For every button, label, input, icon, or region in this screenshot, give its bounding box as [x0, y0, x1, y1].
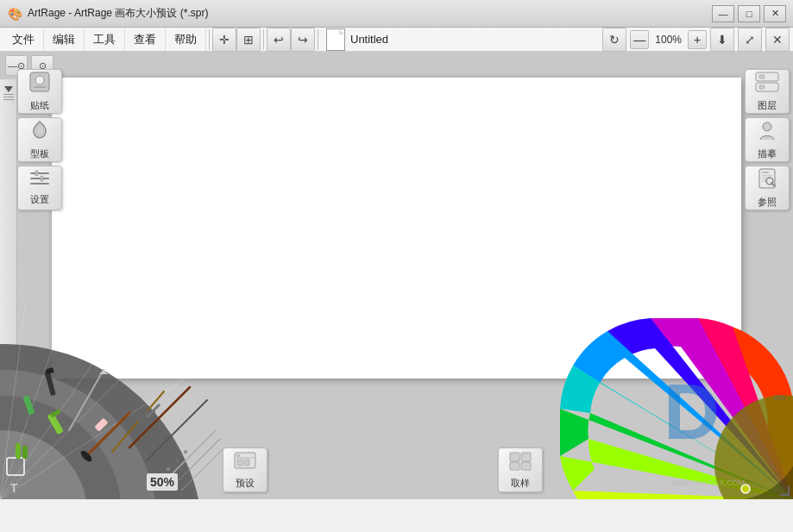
svg-rect-4 [30, 178, 49, 179]
svg-rect-6 [35, 171, 38, 176]
main-area: —⊙ ⊙ 贴纸 [0, 52, 793, 499]
watermark: WWW.XIAZAIX.COM [671, 479, 746, 487]
menu-tools[interactable]: 工具 [85, 28, 125, 51]
svg-rect-10 [759, 75, 765, 78]
ruler-tick [3, 97, 14, 97]
window-controls: — □ ✕ [712, 5, 786, 22]
svg-rect-7 [41, 176, 43, 181]
svg-rect-59 [521, 453, 531, 461]
toolbar-sep2 [263, 29, 264, 50]
svg-rect-15 [762, 175, 772, 177]
doc-title: Untitled [350, 33, 388, 46]
svg-rect-53 [236, 454, 240, 457]
svg-text:T: T [10, 481, 18, 495]
layers-icon [754, 71, 780, 97]
svg-rect-11 [759, 85, 765, 89]
menu-separator [209, 29, 210, 50]
template-btn[interactable]: 型板 [17, 117, 62, 162]
trace-icon [756, 119, 778, 146]
svg-point-48 [184, 450, 187, 454]
sticker-btn[interactable]: 贴纸 [17, 69, 62, 114]
app-icon: 🎨 [7, 6, 22, 22]
settings-icon [28, 170, 51, 191]
grid-btn[interactable]: ⊞ [236, 28, 261, 52]
opacity-value: 50% [150, 475, 174, 489]
color-picker[interactable]: D 0% [560, 318, 793, 499]
svg-text:0%: 0% [774, 393, 785, 402]
ruler-arrow [4, 86, 13, 92]
menu-bar: 文件 编辑 工具 查看 帮助 ✛ ⊞ ↩ ↪ Untitled ↻ — 100%… [0, 28, 793, 52]
template-label: 型板 [30, 147, 49, 160]
sticker-label: 贴纸 [30, 99, 49, 112]
svg-rect-2 [34, 86, 46, 88]
svg-rect-58 [510, 453, 519, 461]
svg-rect-52 [244, 460, 249, 466]
zoom-in-btn[interactable]: + [688, 30, 707, 49]
menu-view[interactable]: 查看 [125, 28, 166, 51]
doc-icon [326, 28, 345, 51]
app-title: ArtRage - ArtRage 画布大小预设 (*.spr) [28, 6, 712, 21]
svg-point-12 [763, 122, 771, 131]
zoom-level: 100% [651, 34, 685, 46]
preset-label: 预设 [236, 477, 255, 490]
title-bar: 🎨 ArtRage - ArtRage 画布大小预设 (*.spr) — □ ✕ [0, 0, 793, 28]
menu-file[interactable]: 文件 [3, 28, 44, 51]
opacity-display: 50% [147, 473, 178, 491]
rotate-btn[interactable]: ↻ [602, 28, 626, 52]
reference-label: 参照 [758, 196, 777, 209]
svg-rect-39 [22, 446, 28, 459]
svg-rect-5 [30, 183, 49, 185]
sample-button[interactable]: 取样 [498, 448, 543, 492]
toolbar-close-btn[interactable]: ✕ [765, 28, 790, 52]
left-panel: 贴纸 型板 设置 [17, 69, 62, 210]
maximize-button[interactable]: □ [738, 5, 760, 22]
toolbar-sep3 [318, 29, 318, 50]
undo-btn[interactable]: ↩ [267, 28, 291, 52]
menu-help[interactable]: 帮助 [166, 28, 206, 51]
close-button[interactable]: ✕ [764, 5, 786, 22]
settings-label: 设置 [30, 193, 49, 206]
ruler-tick [3, 99, 14, 100]
expand-btn[interactable]: ⤢ [738, 28, 762, 52]
svg-point-46 [167, 467, 170, 471]
svg-rect-60 [510, 462, 519, 470]
preset-button[interactable]: 预设 [223, 448, 267, 492]
sample-icon [508, 451, 532, 475]
right-panel: 图层 描摹 [745, 69, 790, 210]
sticker-icon [28, 71, 51, 97]
minimize-button[interactable]: — [712, 5, 734, 22]
layers-btn[interactable]: 图层 [745, 69, 790, 114]
preset-icon [233, 451, 257, 475]
svg-rect-3 [30, 172, 49, 174]
svg-point-47 [176, 460, 179, 462]
template-icon [28, 119, 51, 146]
layers-label: 图层 [758, 99, 777, 112]
move-tool-btn[interactable]: ✛ [212, 28, 236, 52]
reference-btn[interactable]: 参照 [745, 166, 790, 210]
svg-rect-61 [521, 462, 531, 470]
zoom-controls: — 100% + [630, 30, 707, 49]
svg-rect-38 [16, 443, 21, 459]
svg-rect-14 [762, 172, 769, 173]
toolbar-right: ↻ — 100% + ⬇ ⤢ ✕ [602, 28, 790, 52]
zoom-out-btn[interactable]: — [630, 30, 649, 49]
ruler-tick [3, 94, 14, 95]
download-btn[interactable]: ⬇ [710, 28, 734, 52]
reference-icon [756, 167, 778, 194]
redo-btn[interactable]: ↪ [291, 28, 315, 52]
settings-btn[interactable]: 设置 [17, 166, 62, 210]
svg-rect-51 [237, 460, 242, 466]
tool-wheel[interactable]: T [0, 301, 224, 499]
trace-btn[interactable]: 描摹 [745, 117, 790, 162]
trace-label: 描摹 [758, 147, 777, 160]
svg-rect-17 [762, 180, 769, 182]
sample-label: 取样 [511, 477, 530, 490]
svg-text:D: D [664, 369, 720, 455]
svg-point-1 [35, 76, 44, 84]
doc-info: Untitled [326, 28, 388, 51]
menu-edit[interactable]: 编辑 [44, 28, 85, 51]
